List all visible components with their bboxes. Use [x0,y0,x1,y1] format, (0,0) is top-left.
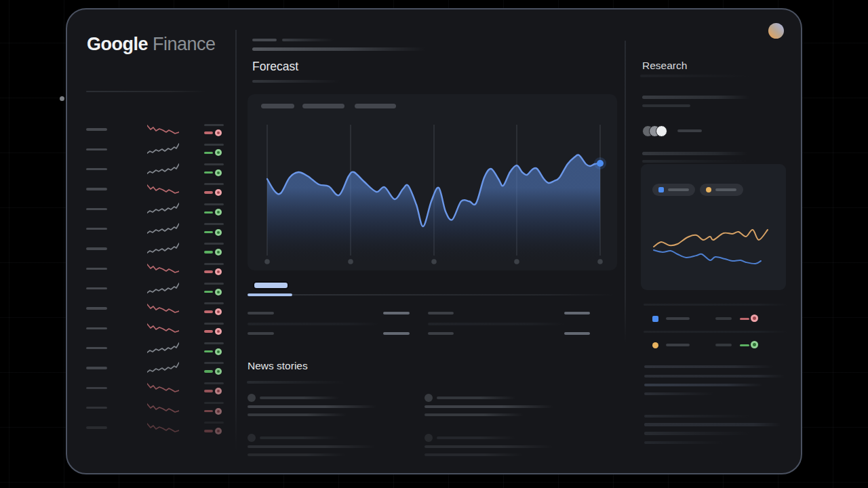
placeholder-bar [642,152,747,155]
sparkline-chart [147,163,179,176]
placeholder-bar [204,203,224,205]
blue-square-icon [652,316,658,322]
change-dash [204,211,213,214]
ticker-label-bar [86,168,107,171]
watchlist-row[interactable] [86,341,224,356]
watchlist-row[interactable] [86,261,224,276]
news-story-item[interactable] [248,394,405,421]
logo-finance: Finance [153,34,216,54]
stat-value-bar [383,332,410,335]
news-source-avatar [248,394,256,402]
sparkline-chart [147,243,179,255]
watchlist-row[interactable] [86,122,224,137]
placeholder-bar [204,243,224,245]
change-dash [204,390,213,392]
placeholder-bar [204,422,224,424]
ticker-label-bar [86,367,107,369]
up-badge-icon [215,368,222,375]
ticker-label-bar [86,327,107,330]
placeholder-bar [644,423,781,426]
down-badge-icon [215,408,222,415]
placeholder-bar [252,80,340,83]
placeholder-bar [644,392,715,396]
watchlist-row[interactable] [86,182,224,197]
placeholder-bar [642,96,749,99]
placeholder-bar [252,47,425,51]
placeholder-bar [644,365,773,369]
main-research-divider [625,41,626,344]
tabs-divider [292,294,614,296]
watchlist-row[interactable] [86,241,224,256]
watchlist-row[interactable] [86,321,224,336]
sparkline-chart [147,402,179,414]
news-story-item[interactable] [248,434,405,461]
cursor-dot [60,96,64,101]
watchlist-row[interactable] [86,361,224,375]
down-badge-icon [215,388,222,394]
placeholder-bar [248,453,347,456]
placeholder-bar [644,415,749,418]
stat-label-bar [248,312,274,314]
watchlist-row[interactable] [86,222,224,237]
watchlist-row[interactable] [86,162,224,177]
research-line-chart [641,164,786,290]
placeholder-bar [425,413,524,416]
placeholder-bar [437,436,516,439]
ticker-label-bar [86,287,107,290]
watchlist-row[interactable] [86,281,224,296]
orange-dot-icon [652,342,658,348]
forecast-area-chart[interactable] [248,94,617,270]
ticker-label-bar [86,426,107,429]
change-dash [204,251,213,253]
placeholder-bar [677,129,702,132]
watchlist-row[interactable] [86,201,224,216]
stat-value-bar [564,312,590,314]
list-divider [644,304,787,306]
watchlist-row[interactable] [86,420,224,435]
research-comparison-card[interactable] [641,164,786,290]
page-background: GoogleFinance Forecast [0,0,868,488]
placeholder-bar [204,323,224,325]
placeholder-bar [204,382,224,384]
sparkline-chart [147,143,179,155]
stat-label-bar [248,332,274,335]
placeholder-bar [282,39,334,41]
placeholder-bar [252,39,277,41]
sparkline-chart [147,123,179,136]
down-badge-icon [751,314,758,322]
change-dash [204,171,213,174]
down-badge-icon [215,129,222,136]
change-dash [204,152,213,155]
list-divider [644,331,787,333]
placeholder-bar [248,413,347,416]
placeholder-bar [425,445,553,448]
change-dash [204,131,213,134]
google-finance-logo[interactable]: GoogleFinance [87,34,216,55]
placeholder-bar [204,183,224,185]
watchlist-row[interactable] [86,401,224,415]
ticker-label-bar [86,347,107,350]
watchlist-row[interactable] [86,301,224,316]
stat-value-bar [564,332,590,335]
news-story-item[interactable] [425,394,582,421]
up-badge-icon [215,229,222,236]
user-avatar[interactable] [768,23,784,39]
watchlist-row[interactable] [86,380,224,395]
sparkline-chart [147,283,179,295]
research-title: Research [642,60,687,72]
placeholder-bar [248,445,376,448]
selected-tab-pill[interactable] [253,281,289,289]
up-badge-icon [215,348,222,355]
placeholder-bar [642,104,690,107]
placeholder-bar [644,432,749,435]
down-badge-icon [215,328,222,335]
change-dash [204,410,213,413]
forecast-chart-panel[interactable] [248,94,617,270]
analyst-avatar-stack[interactable] [642,125,667,136]
placeholder-bar [204,283,224,285]
ticker-label-bar [86,268,107,270]
news-story-item[interactable] [425,434,582,461]
sparkline-chart [147,223,179,235]
placeholder-bar [204,144,224,146]
watchlist-row[interactable] [86,142,224,157]
